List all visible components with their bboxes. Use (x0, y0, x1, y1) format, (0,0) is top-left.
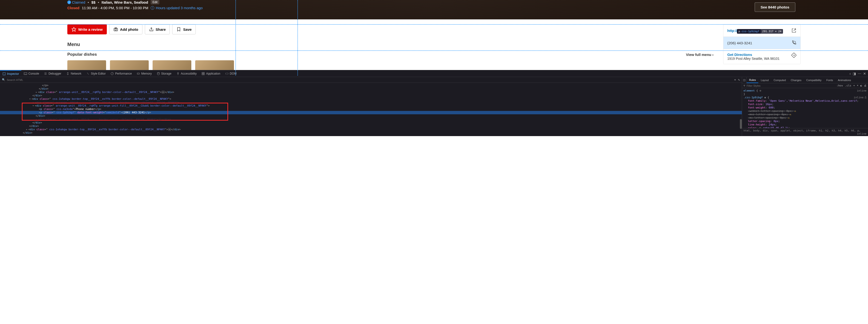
check-icon: ✓ (67, 0, 71, 4)
dock-side-icon[interactable]: ◨ (853, 72, 856, 75)
add-photo-button[interactable]: Add photo (109, 24, 143, 34)
hours-text: 11:30 AM - 4:00 PM, 5:00 PM - 10:00 PM (82, 6, 148, 10)
rule-breadcrumb: html, body, div, span, applet, object, i… (742, 128, 868, 136)
tab-console[interactable]: Console (21, 70, 41, 77)
star-icon (71, 27, 76, 32)
share-icon (149, 27, 154, 32)
svg-rect-14 (204, 74, 205, 74)
layout-pane-icon[interactable]: ◫ (743, 78, 745, 82)
tab-application[interactable]: Application (199, 70, 223, 77)
print-media-icon[interactable]: 🖨 (864, 84, 867, 87)
action-bar: Write a review Add photo Share Save (67, 24, 713, 34)
add-node-icon[interactable]: + (734, 78, 736, 82)
side-tab-changes[interactable]: Changes (788, 77, 804, 83)
side-tab-rules[interactable]: Rules (747, 77, 758, 83)
chevron-right-icon: › (712, 53, 713, 57)
hov-toggle[interactable]: :hov (837, 84, 843, 87)
side-tab-layout[interactable]: Layout (758, 77, 771, 83)
dark-scheme-icon[interactable]: ◐ (860, 84, 862, 87)
tab-inspector[interactable]: Inspector (0, 70, 21, 77)
edit-button[interactable]: Edit (151, 0, 160, 4)
side-tab-compatibility[interactable]: Compatibility (804, 77, 824, 83)
search-icon: 🔍 (2, 78, 5, 82)
side-tab-computed[interactable]: Computed (771, 77, 788, 83)
tab-storage[interactable]: Storage (154, 70, 174, 77)
devtools-tabs: Inspector Console Debugger Network Style… (0, 70, 868, 77)
light-scheme-icon[interactable]: ☀ (857, 84, 859, 87)
external-link-icon (791, 28, 797, 33)
html-search-bar: 🔍 + ✎ (0, 77, 742, 83)
scrollbar-thumb[interactable] (740, 119, 742, 129)
menu-heading: Menu (67, 42, 713, 47)
search-html-input[interactable] (7, 78, 733, 82)
filter-styles-input[interactable] (747, 84, 835, 87)
directions-icon (791, 53, 797, 58)
popular-dishes-heading: Popular dishes (67, 52, 97, 57)
phone-row[interactable]: p.css-1p9ibgf 291.317 × 24 (206) 443-324… (723, 37, 800, 49)
responsive-mode-icon[interactable]: ⫞ (849, 72, 851, 75)
css-rules[interactable]: element { ⚙inline } .css-1p9ibgf ❀ {inli… (742, 88, 868, 128)
eyedropper-icon[interactable]: ✎ (738, 78, 740, 82)
tab-network[interactable]: Network (64, 70, 84, 77)
save-button[interactable]: Save (172, 24, 196, 34)
styles-panel: ◫ Rules Layout Computed Changes Compatib… (742, 77, 868, 136)
svg-rect-8 (137, 73, 140, 74)
business-info-card: http://www.thepinkdoor.net p.css-1p9ibgf… (723, 24, 801, 64)
side-tab-animations[interactable]: Animations (835, 77, 853, 83)
filter-icon: ▽ (744, 84, 745, 87)
categories[interactable]: Italian, Wine Bars, Seafood (101, 0, 148, 4)
see-photos-button[interactable]: See 8440 photos (755, 2, 795, 12)
inspector-tooltip: p.css-1p9ibgf 291.317 × 24 (737, 29, 783, 34)
bookmark-icon (176, 27, 181, 32)
more-options-icon[interactable]: ⋯ (858, 72, 861, 75)
svg-marker-0 (72, 27, 76, 31)
svg-rect-5 (3, 72, 6, 75)
separator-dot: • (98, 0, 99, 4)
address-text: 1919 Post Alley Seattle, WA 98101 (727, 57, 780, 61)
close-devtools-icon[interactable]: ✕ (863, 72, 866, 75)
tab-style-editor[interactable]: Style Editor (84, 70, 108, 77)
price-range: $$ (91, 0, 95, 4)
tab-memory[interactable]: Memory (134, 70, 154, 77)
camera-icon (113, 27, 118, 32)
cls-toggle[interactable]: .cls (845, 84, 851, 87)
svg-point-10 (178, 72, 179, 73)
svg-rect-13 (202, 74, 203, 74)
separator-dot: • (88, 0, 89, 4)
closed-status: Closed (67, 6, 80, 10)
dish-card[interactable] (153, 60, 191, 70)
phone-number: (206) 443-3241 (727, 41, 752, 45)
claimed-text: Claimed (72, 0, 85, 4)
view-full-menu-link[interactable]: View full menu › (686, 53, 713, 57)
info-icon: i (151, 6, 154, 10)
svg-rect-12 (204, 72, 205, 73)
dish-card[interactable] (110, 60, 149, 70)
hours-updated-link[interactable]: i Hours updated 3 months ago (151, 6, 203, 10)
svg-rect-3 (115, 28, 117, 28)
tab-performance[interactable]: Performance (108, 70, 134, 77)
tab-debugger[interactable]: Debugger (41, 70, 64, 77)
dishes-carousel[interactable] (67, 60, 713, 70)
main-content: Write a review Add photo Share Save Menu… (0, 20, 868, 70)
share-button[interactable]: Share (145, 24, 170, 34)
devtools-panel: Inspector Console Debugger Network Style… (0, 70, 868, 136)
tab-accessibility[interactable]: Accessibility (174, 70, 199, 77)
write-review-button[interactable]: Write a review (67, 24, 107, 34)
tab-dom[interactable]: DOM (223, 70, 239, 77)
svg-point-9 (157, 72, 159, 73)
dish-card[interactable] (67, 60, 106, 70)
svg-rect-11 (202, 72, 203, 73)
dish-card[interactable] (195, 60, 234, 70)
add-rule-icon[interactable]: + (853, 84, 855, 87)
directions-link[interactable]: Get Directions (727, 53, 780, 57)
claimed-badge: ✓ Claimed (67, 0, 85, 4)
svg-point-2 (115, 29, 117, 31)
hero-section: ✓ Claimed • $$ • Italian, Wine Bars, Sea… (0, 0, 868, 20)
phone-icon (791, 40, 797, 45)
side-tab-fonts[interactable]: Fonts (824, 77, 836, 83)
html-panel: 🔍 + ✎ </p> </div> ▸<div class=" arra (0, 77, 742, 136)
directions-row[interactable]: Get Directions 1919 Post Alley Seattle, … (723, 49, 800, 64)
dom-tree[interactable]: </p> </div> ▸<div class=" arrange-unit__… (0, 83, 742, 136)
